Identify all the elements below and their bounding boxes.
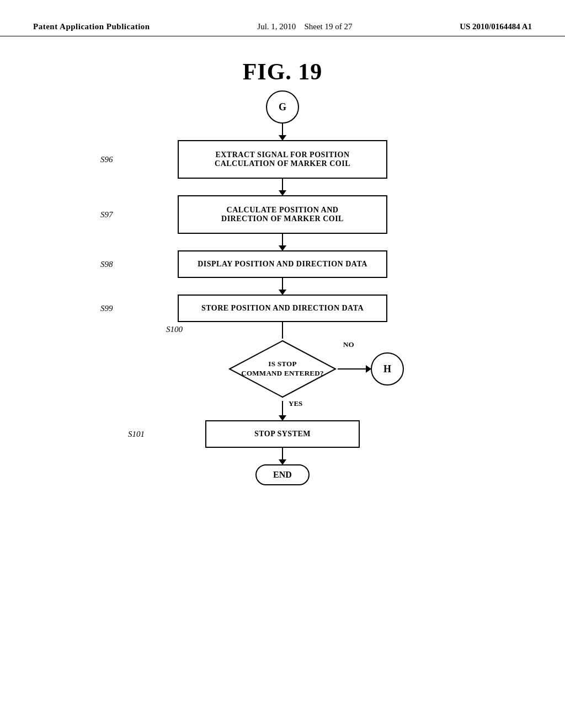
step-s98-label: S98 [100, 260, 113, 269]
step-s99-box: STORE POSITION AND DIRECTION DATA [178, 295, 387, 322]
start-node-row: G [266, 90, 299, 124]
start-circle-g: G [266, 90, 299, 124]
connector-3 [282, 234, 283, 250]
page-header: Patent Application Publication Jul. 1, 2… [0, 0, 565, 36]
decision-text: IS STOPCOMMAND ENTERED? [241, 360, 324, 378]
no-target-h: H [371, 352, 404, 386]
no-line-h [338, 368, 371, 370]
step-s97-box: CALCULATE POSITION ANDDIRECTION OF MARKE… [178, 195, 387, 234]
step-s101-box: STOP SYSTEM [205, 420, 360, 448]
flowchart: G S96 EXTRACT SIGNAL FOR POSITIONCALCULA… [0, 90, 565, 485]
step-s98-row: S98 DISPLAY POSITION AND DIRECTION DATA [178, 250, 387, 278]
step-s96-row: S96 EXTRACT SIGNAL FOR POSITIONCALCULATI… [178, 140, 387, 179]
no-label: NO [343, 340, 354, 349]
step-s101-row: S101 STOP SYSTEM [205, 420, 360, 448]
yes-connector-area: YES [282, 399, 283, 420]
yes-label: YES [289, 399, 302, 408]
connector-5 [282, 322, 283, 339]
header-right: US 2010/0164484 A1 [460, 22, 532, 31]
step-s97-row: S97 CALCULATE POSITION ANDDIRECTION OF M… [178, 195, 387, 234]
step-s99-label: S99 [100, 304, 113, 313]
s100-connector-area: S100 [282, 322, 283, 339]
connector-1 [282, 124, 283, 140]
step-s97-label: S97 [100, 210, 113, 220]
step-s96-label: S96 [100, 155, 113, 164]
header-left: Patent Application Publication [33, 22, 150, 31]
connector-4 [282, 278, 283, 295]
decision-diamond: IS STOPCOMMAND ENTERED? [227, 339, 338, 399]
step-s96-box: EXTRACT SIGNAL FOR POSITIONCALCULATION O… [178, 140, 387, 179]
no-branch: H NO [338, 352, 404, 386]
step-s100-label: S100 [166, 325, 183, 334]
header-center: Jul. 1, 2010 Sheet 19 of 27 [257, 22, 352, 31]
connector-6 [282, 401, 283, 420]
connector-2 [282, 179, 283, 195]
step-s98-box: DISPLAY POSITION AND DIRECTION DATA [178, 250, 387, 278]
decision-s100-row: IS STOPCOMMAND ENTERED? H NO [227, 339, 338, 399]
connector-7 [282, 448, 283, 464]
end-node: END [255, 464, 310, 485]
figure-title: FIG. 19 [0, 58, 565, 85]
step-s99-row: S99 STORE POSITION AND DIRECTION DATA [178, 295, 387, 322]
step-s101-label: S101 [128, 430, 145, 439]
